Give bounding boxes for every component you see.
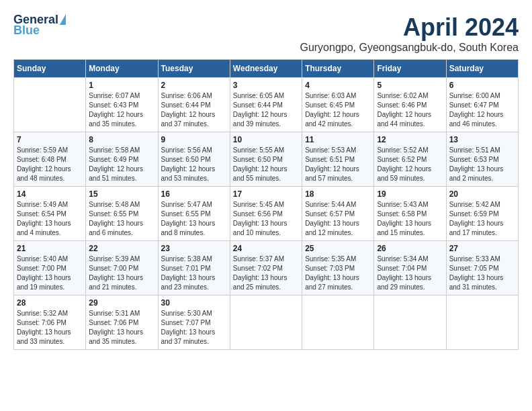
- day-detail: Sunrise: 5:30 AM Sunset: 7:07 PM Dayligh…: [161, 309, 227, 347]
- calendar-cell: 24Sunrise: 5:37 AM Sunset: 7:02 PM Dayli…: [230, 241, 302, 295]
- day-detail: Sunrise: 5:45 AM Sunset: 6:56 PM Dayligh…: [233, 200, 299, 238]
- day-detail: Sunrise: 5:49 AM Sunset: 6:54 PM Dayligh…: [17, 200, 83, 238]
- calendar-cell: 12Sunrise: 5:52 AM Sunset: 6:52 PM Dayli…: [374, 132, 446, 187]
- calendar-cell: 5Sunrise: 6:02 AM Sunset: 6:46 PM Daylig…: [374, 78, 446, 132]
- day-number: 5: [377, 81, 443, 90]
- day-number: 23: [161, 244, 227, 253]
- day-number: 30: [161, 298, 227, 308]
- calendar-cell: 1Sunrise: 6:07 AM Sunset: 6:43 PM Daylig…: [86, 78, 158, 132]
- calendar-week-row: 28Sunrise: 5:32 AM Sunset: 7:06 PM Dayli…: [14, 295, 519, 350]
- day-detail: Sunrise: 6:06 AM Sunset: 6:44 PM Dayligh…: [161, 91, 227, 129]
- day-detail: Sunrise: 5:39 AM Sunset: 7:00 PM Dayligh…: [89, 255, 154, 292]
- day-detail: Sunrise: 5:44 AM Sunset: 6:57 PM Dayligh…: [305, 200, 371, 238]
- calendar-cell: [374, 295, 446, 350]
- column-header-saturday: Saturday: [446, 60, 518, 78]
- day-number: 18: [305, 189, 371, 199]
- calendar-cell: 14Sunrise: 5:49 AM Sunset: 6:54 PM Dayli…: [14, 187, 86, 241]
- calendar-week-row: 21Sunrise: 5:40 AM Sunset: 7:00 PM Dayli…: [14, 241, 519, 295]
- title-block: April 2024 Guryongpo, Gyeongsangbuk-do, …: [300, 13, 519, 54]
- main-title: April 2024: [300, 13, 519, 42]
- calendar-cell: 26Sunrise: 5:34 AM Sunset: 7:04 PM Dayli…: [374, 241, 446, 295]
- logo-triangle-icon: [60, 14, 66, 25]
- day-number: 14: [17, 189, 83, 199]
- calendar-cell: [446, 295, 518, 350]
- calendar-cell: 10Sunrise: 5:55 AM Sunset: 6:50 PM Dayli…: [230, 132, 302, 187]
- day-number: 1: [89, 81, 154, 90]
- calendar-cell: 28Sunrise: 5:32 AM Sunset: 7:06 PM Dayli…: [14, 295, 86, 350]
- day-number: 11: [305, 135, 371, 144]
- day-detail: Sunrise: 5:58 AM Sunset: 6:49 PM Dayligh…: [89, 146, 154, 183]
- day-number: 12: [377, 135, 443, 144]
- calendar-cell: [14, 78, 86, 132]
- calendar-cell: 13Sunrise: 5:51 AM Sunset: 6:53 PM Dayli…: [446, 132, 518, 187]
- column-header-monday: Monday: [86, 60, 158, 78]
- calendar-cell: 23Sunrise: 5:38 AM Sunset: 7:01 PM Dayli…: [158, 241, 230, 295]
- calendar-cell: 9Sunrise: 5:56 AM Sunset: 6:50 PM Daylig…: [158, 132, 230, 187]
- day-detail: Sunrise: 5:55 AM Sunset: 6:50 PM Dayligh…: [233, 146, 299, 183]
- day-number: 13: [449, 135, 515, 144]
- calendar-table: SundayMondayTuesdayWednesdayThursdayFrid…: [13, 59, 519, 350]
- day-number: 25: [305, 244, 371, 253]
- calendar-cell: 22Sunrise: 5:39 AM Sunset: 7:00 PM Dayli…: [86, 241, 158, 295]
- day-number: 8: [89, 135, 154, 144]
- day-number: 20: [449, 189, 515, 199]
- day-number: 7: [17, 135, 83, 144]
- calendar-cell: 11Sunrise: 5:53 AM Sunset: 6:51 PM Dayli…: [302, 132, 374, 187]
- calendar-cell: 17Sunrise: 5:45 AM Sunset: 6:56 PM Dayli…: [230, 187, 302, 241]
- calendar-cell: 8Sunrise: 5:58 AM Sunset: 6:49 PM Daylig…: [86, 132, 158, 187]
- day-detail: Sunrise: 5:53 AM Sunset: 6:51 PM Dayligh…: [305, 146, 371, 183]
- calendar-cell: 25Sunrise: 5:35 AM Sunset: 7:03 PM Dayli…: [302, 241, 374, 295]
- day-detail: Sunrise: 5:35 AM Sunset: 7:03 PM Dayligh…: [305, 255, 371, 292]
- calendar-cell: 29Sunrise: 5:31 AM Sunset: 7:06 PM Dayli…: [86, 295, 158, 350]
- day-detail: Sunrise: 5:33 AM Sunset: 7:05 PM Dayligh…: [449, 255, 515, 292]
- day-number: 4: [305, 81, 371, 90]
- day-detail: Sunrise: 5:37 AM Sunset: 7:02 PM Dayligh…: [233, 255, 299, 292]
- day-detail: Sunrise: 5:32 AM Sunset: 7:06 PM Dayligh…: [17, 309, 83, 347]
- day-detail: Sunrise: 6:00 AM Sunset: 6:47 PM Dayligh…: [449, 91, 515, 129]
- day-detail: Sunrise: 5:59 AM Sunset: 6:48 PM Dayligh…: [17, 146, 83, 183]
- calendar-week-row: 14Sunrise: 5:49 AM Sunset: 6:54 PM Dayli…: [14, 187, 519, 241]
- calendar-cell: 21Sunrise: 5:40 AM Sunset: 7:00 PM Dayli…: [14, 241, 86, 295]
- column-header-tuesday: Tuesday: [158, 60, 230, 78]
- logo: General Blue: [13, 13, 66, 36]
- calendar-cell: 16Sunrise: 5:47 AM Sunset: 6:55 PM Dayli…: [158, 187, 230, 241]
- calendar-cell: 19Sunrise: 5:43 AM Sunset: 6:58 PM Dayli…: [374, 187, 446, 241]
- day-number: 28: [17, 298, 83, 308]
- calendar-cell: [302, 295, 374, 350]
- page-header: General Blue April 2024 Guryongpo, Gyeon…: [13, 13, 519, 54]
- day-number: 9: [161, 135, 227, 144]
- day-detail: Sunrise: 5:47 AM Sunset: 6:55 PM Dayligh…: [161, 200, 227, 238]
- calendar-cell: 3Sunrise: 6:05 AM Sunset: 6:44 PM Daylig…: [230, 78, 302, 132]
- day-detail: Sunrise: 6:05 AM Sunset: 6:44 PM Dayligh…: [233, 91, 299, 129]
- day-number: 24: [233, 244, 299, 253]
- calendar-header-row: SundayMondayTuesdayWednesdayThursdayFrid…: [14, 60, 519, 78]
- day-number: 22: [89, 244, 154, 253]
- day-number: 15: [89, 189, 154, 199]
- day-detail: Sunrise: 6:03 AM Sunset: 6:45 PM Dayligh…: [305, 91, 371, 129]
- calendar-week-row: 7Sunrise: 5:59 AM Sunset: 6:48 PM Daylig…: [14, 132, 519, 187]
- day-number: 16: [161, 189, 227, 199]
- day-number: 21: [17, 244, 83, 253]
- column-header-sunday: Sunday: [14, 60, 86, 78]
- day-detail: Sunrise: 5:40 AM Sunset: 7:00 PM Dayligh…: [17, 255, 83, 292]
- day-detail: Sunrise: 5:31 AM Sunset: 7:06 PM Dayligh…: [89, 309, 154, 347]
- day-number: 2: [161, 81, 227, 90]
- day-number: 19: [377, 189, 443, 199]
- calendar-week-row: 1Sunrise: 6:07 AM Sunset: 6:43 PM Daylig…: [14, 78, 519, 132]
- calendar-cell: 15Sunrise: 5:48 AM Sunset: 6:55 PM Dayli…: [86, 187, 158, 241]
- day-detail: Sunrise: 6:02 AM Sunset: 6:46 PM Dayligh…: [377, 91, 443, 129]
- column-header-friday: Friday: [374, 60, 446, 78]
- day-detail: Sunrise: 5:48 AM Sunset: 6:55 PM Dayligh…: [89, 200, 154, 238]
- day-number: 26: [377, 244, 443, 253]
- day-detail: Sunrise: 5:43 AM Sunset: 6:58 PM Dayligh…: [377, 200, 443, 238]
- day-number: 29: [89, 298, 154, 308]
- day-detail: Sunrise: 5:42 AM Sunset: 6:59 PM Dayligh…: [449, 200, 515, 238]
- day-detail: Sunrise: 5:38 AM Sunset: 7:01 PM Dayligh…: [161, 255, 227, 292]
- calendar-cell: 4Sunrise: 6:03 AM Sunset: 6:45 PM Daylig…: [302, 78, 374, 132]
- column-header-wednesday: Wednesday: [230, 60, 302, 78]
- day-detail: Sunrise: 6:07 AM Sunset: 6:43 PM Dayligh…: [89, 91, 154, 129]
- day-detail: Sunrise: 5:56 AM Sunset: 6:50 PM Dayligh…: [161, 146, 227, 183]
- calendar-cell: 6Sunrise: 6:00 AM Sunset: 6:47 PM Daylig…: [446, 78, 518, 132]
- day-detail: Sunrise: 5:51 AM Sunset: 6:53 PM Dayligh…: [449, 146, 515, 183]
- subtitle: Guryongpo, Gyeongsangbuk-do, South Korea: [300, 42, 519, 54]
